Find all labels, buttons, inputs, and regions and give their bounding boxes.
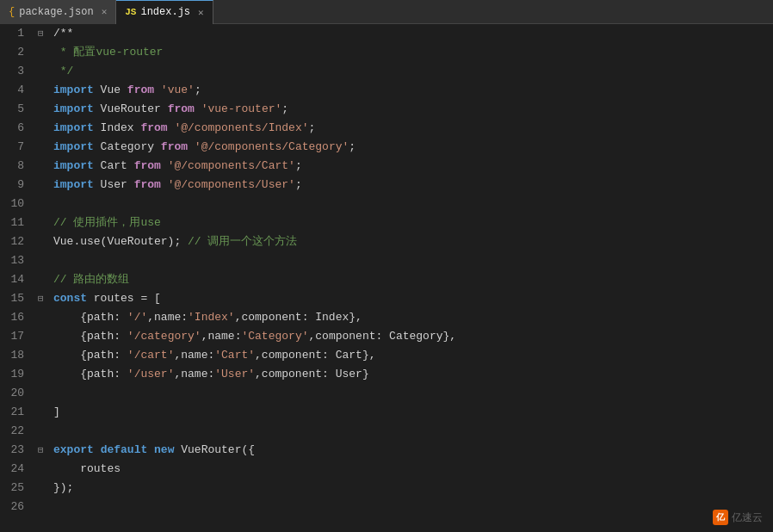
fold-icon xyxy=(38,43,50,62)
fold-icon xyxy=(38,308,50,327)
code-tokens: ] xyxy=(50,403,60,422)
token-plain: ,name: xyxy=(147,311,188,324)
token-plain: ; xyxy=(281,102,288,115)
code-tokens: // 使用插件，用use xyxy=(50,213,161,232)
token-plain: Vue xyxy=(94,84,127,96)
token-plain xyxy=(154,84,161,96)
token-str: 'User' xyxy=(214,368,255,380)
code-line-1: 1⊟/** xyxy=(3,24,773,43)
code-line-16: 16 {path: '/',name:'Index',component: In… xyxy=(3,308,773,327)
code-line-3: 3 */ xyxy=(3,62,773,81)
line-number: 5 xyxy=(3,100,38,119)
code-tokens: Vue.use(VueRouter); // 调用一个这个方法 xyxy=(50,232,297,251)
fold-icon xyxy=(38,365,50,384)
token-str: '@/components/Index' xyxy=(174,121,308,134)
token-plain: VueRouter({ xyxy=(174,443,255,456)
line-number: 24 xyxy=(3,460,38,479)
fold-icon[interactable]: ⊟ xyxy=(38,289,50,308)
code-tokens: {path: '/cart',name:'Cart',component: Ca… xyxy=(50,346,376,365)
token-plain: ,name: xyxy=(201,330,242,343)
token-kw2: from xyxy=(134,178,161,191)
fold-icon xyxy=(38,100,50,119)
code-tokens: {path: '/category',name:'Category',compo… xyxy=(50,327,456,346)
token-plain: routes = [ xyxy=(87,292,161,305)
token-plain: {path: xyxy=(53,349,127,362)
token-str: '/category' xyxy=(127,330,201,343)
token-kw: import xyxy=(53,102,94,115)
close-icon-package[interactable]: ✕ xyxy=(102,6,108,17)
token-kw2: from xyxy=(134,159,161,172)
code-tokens: import Category from '@/components/Categ… xyxy=(50,138,356,157)
code-tokens xyxy=(50,384,60,403)
token-kw: new xyxy=(154,443,174,456)
token-plain: ; xyxy=(349,140,356,153)
code-line-6: 6 import Index from '@/components/Index'… xyxy=(3,119,773,138)
token-kw: import xyxy=(53,121,94,134)
line-number: 6 xyxy=(3,119,38,138)
tab-index-js[interactable]: JS index.js ✕ xyxy=(116,0,213,24)
code-line-18: 18 {path: '/cart',name:'Cart',component:… xyxy=(3,346,773,365)
token-kw2: from xyxy=(168,102,195,115)
token-plain xyxy=(161,178,168,191)
token-plain: Category xyxy=(94,140,161,153)
line-number: 3 xyxy=(3,62,38,81)
token-kw2: from xyxy=(161,140,188,153)
code-line-9: 9 import User from '@/components/User'; xyxy=(3,176,773,195)
fold-icon xyxy=(38,346,50,365)
code-line-14: 14 // 路由的数组 xyxy=(3,270,773,289)
token-plain: ; xyxy=(195,84,201,96)
token-plain xyxy=(94,443,101,456)
token-str: '/cart' xyxy=(127,349,175,362)
token-comment: */ xyxy=(53,65,73,77)
code-line-25: 25 }); xyxy=(3,479,773,498)
code-line-21: 21 ] xyxy=(3,403,773,422)
code-line-10: 10 xyxy=(3,195,773,213)
fold-icon[interactable]: ⊟ xyxy=(38,24,50,43)
line-number: 12 xyxy=(3,232,38,251)
line-number: 14 xyxy=(3,270,38,289)
token-kw: export xyxy=(53,443,94,456)
line-number: 16 xyxy=(3,308,38,327)
code-tokens: export default new VueRouter({ xyxy=(50,441,255,460)
code-tokens: import Cart from '@/components/Cart'; xyxy=(50,157,302,176)
token-plain: ; xyxy=(308,121,315,134)
line-number: 18 xyxy=(3,346,38,365)
code-tokens: */ xyxy=(50,62,73,81)
line-number: 15 xyxy=(3,289,38,308)
line-number: 22 xyxy=(3,422,38,441)
close-icon-index[interactable]: ✕ xyxy=(198,7,204,18)
fold-icon xyxy=(38,384,50,403)
token-comment: * 配置vue-router xyxy=(53,46,163,59)
code-line-22: 22 xyxy=(3,422,773,441)
token-plain: {path: xyxy=(53,330,127,343)
line-number: 26 xyxy=(3,498,38,517)
line-number: 19 xyxy=(3,365,38,384)
code-tokens xyxy=(50,498,60,517)
code-tokens: routes xyxy=(50,460,121,479)
code-area[interactable]: 1⊟/**2 * 配置vue-router3 */4 import Vue fr… xyxy=(0,24,773,532)
code-line-11: 11 // 使用插件，用use xyxy=(3,213,773,232)
code-line-13: 13 xyxy=(3,251,773,270)
fold-icon xyxy=(38,119,50,138)
token-plain: {path: xyxy=(53,368,127,380)
code-tokens: {path: '/user',name:'User',component: Us… xyxy=(50,365,369,384)
token-plain: ,name: xyxy=(174,349,214,362)
line-number: 21 xyxy=(3,403,38,422)
watermark: 亿 亿速云 xyxy=(713,510,763,525)
token-kw: const xyxy=(53,292,87,305)
token-str: 'Index' xyxy=(188,311,235,324)
code-line-26: 26 xyxy=(3,498,773,517)
token-str: '@/components/Cart' xyxy=(168,159,295,172)
token-kw: import xyxy=(53,84,94,96)
code-line-17: 17 {path: '/category',name:'Category',co… xyxy=(3,327,773,346)
fold-icon xyxy=(38,460,50,479)
code-line-4: 4 import Vue from 'vue'; xyxy=(3,81,773,100)
fold-icon[interactable]: ⊟ xyxy=(38,441,50,460)
line-number: 17 xyxy=(3,327,38,346)
token-plain: routes xyxy=(53,462,121,475)
tab-package-json[interactable]: { package.json ✕ xyxy=(0,0,116,24)
token-plain: ] xyxy=(53,405,60,418)
line-number: 13 xyxy=(3,251,38,270)
line-number: 11 xyxy=(3,213,38,232)
code-line-2: 2 * 配置vue-router xyxy=(3,43,773,62)
